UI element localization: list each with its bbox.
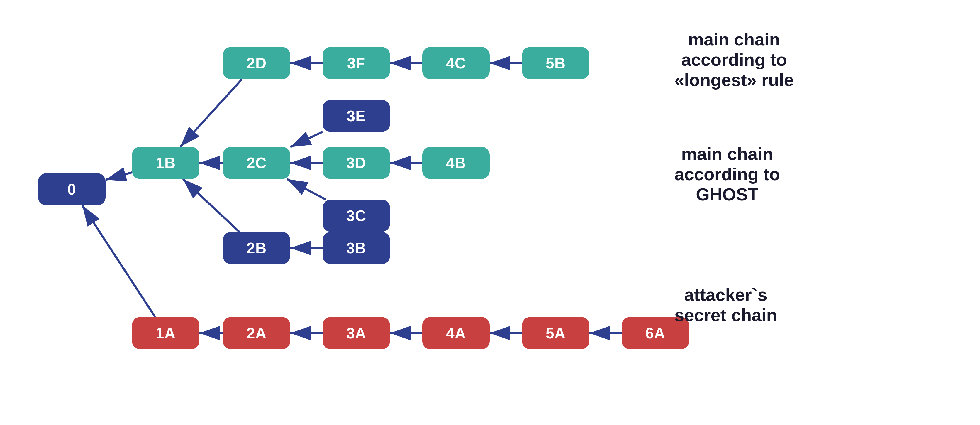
arrows-svg [0, 0, 980, 425]
label-label3: attacker`s secret chain [675, 285, 777, 325]
block-b5B: 5B [522, 47, 589, 79]
label-label2: main chain according to GHOST [675, 144, 780, 205]
block-b3C: 3C [323, 200, 390, 232]
svg-line-10 [287, 179, 326, 200]
svg-line-2 [83, 206, 155, 317]
block-b1A: 1A [132, 317, 199, 349]
svg-line-5 [183, 179, 239, 232]
block-b2D: 2D [223, 47, 290, 79]
block-b4C: 4C [422, 47, 490, 79]
block-b2C: 2C [223, 147, 290, 179]
block-b4A: 4A [422, 317, 490, 349]
block-b1B: 1B [132, 147, 199, 179]
diagram-container: 01B1A2D2C2B2A3F3E3D3C3B3A4C4B4A5B5A6A ma… [0, 0, 980, 425]
block-b3D: 3D [323, 147, 390, 179]
block-b2A: 2A [223, 317, 290, 349]
svg-line-8 [290, 132, 323, 147]
block-b4B: 4B [422, 147, 490, 179]
svg-line-1 [105, 172, 132, 180]
block-b2B: 2B [223, 232, 290, 264]
block-b3A: 3A [323, 317, 390, 349]
block-b3B: 3B [323, 232, 390, 264]
label-label1: main chain according to «longest» rule [675, 29, 794, 90]
block-b0: 0 [38, 173, 105, 206]
block-b3F: 3F [323, 47, 390, 79]
block-b3E: 3E [323, 100, 390, 132]
block-b5A: 5A [522, 317, 589, 349]
svg-line-3 [180, 79, 242, 147]
